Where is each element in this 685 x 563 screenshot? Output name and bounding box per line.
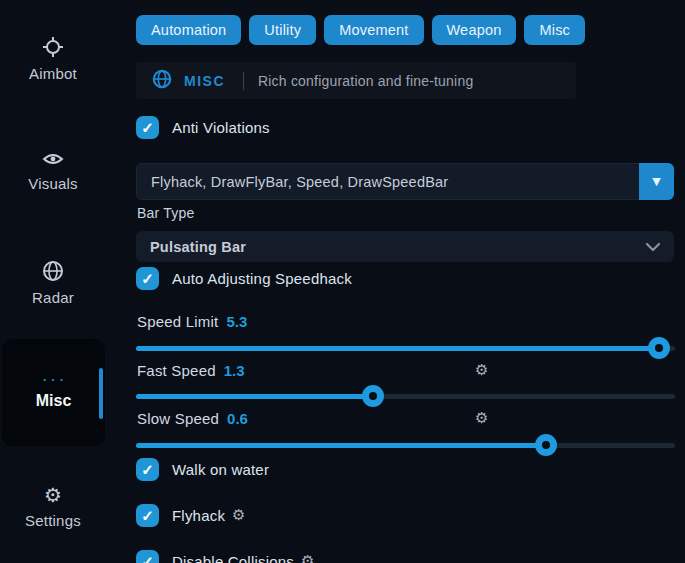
- select-value: Pulsating Bar: [150, 239, 246, 255]
- checkbox-checked[interactable]: ✓: [136, 504, 159, 527]
- cheat-menu-window: { "colors": { "accent_blue": "#1f87cc", …: [0, 0, 685, 563]
- bar-type-label: Bar Type: [137, 205, 194, 221]
- sidebar-item-label: Visuals: [28, 175, 77, 192]
- checkbox-row-disable-collisions[interactable]: ✓ Disable Collisions ⚙: [136, 550, 314, 563]
- tab-weapon[interactable]: Weapon: [432, 15, 517, 45]
- crosshair-icon: [42, 36, 64, 58]
- sidebar: Aimbot Visuals Radar ··· Misc ⚙ Settings: [0, 0, 130, 563]
- checkbox-row-auto-adjusting-speedhack[interactable]: ✓ Auto Adjusting Speedhack: [136, 267, 352, 290]
- slider-value: 5.3: [226, 313, 247, 330]
- checkbox-checked[interactable]: ✓: [136, 267, 159, 290]
- slider-thumb[interactable]: [648, 337, 670, 359]
- slider-label: Slow Speed: [137, 410, 219, 427]
- checkbox-label: Anti Violations: [172, 119, 270, 136]
- gear-icon[interactable]: ⚙: [475, 363, 488, 378]
- checkbox-label: Auto Adjusting Speedhack: [172, 270, 352, 287]
- gear-icon[interactable]: ⚙: [475, 411, 488, 426]
- check-icon: ✓: [141, 461, 154, 479]
- slider-slow-speed[interactable]: [136, 434, 675, 456]
- eye-icon: [42, 150, 64, 168]
- check-icon: ✓: [141, 507, 154, 525]
- checkbox-checked[interactable]: ✓: [136, 116, 159, 139]
- checkbox-label: Flyhack: [172, 507, 225, 524]
- slider-value: 0.6: [227, 410, 248, 427]
- sidebar-item-label: Settings: [25, 512, 81, 529]
- slider-speed-limit[interactable]: [136, 337, 675, 359]
- globe-icon: [42, 260, 64, 282]
- sidebar-item-radar[interactable]: Radar: [0, 260, 106, 306]
- multiselect-dropdown-button[interactable]: ▼: [639, 163, 674, 200]
- checkbox-label: Walk on water: [172, 461, 269, 478]
- checkbox-checked[interactable]: ✓: [136, 550, 159, 563]
- gear-icon[interactable]: ⚙: [301, 554, 314, 563]
- separator: [243, 72, 244, 90]
- slider-value: 1.3: [224, 362, 245, 379]
- tab-misc[interactable]: Misc: [524, 15, 585, 45]
- slider-label-row-fast-speed: Fast Speed 1.3 ⚙: [137, 362, 245, 379]
- multiselect-value: Flyhack, DrawFlyBar, Speed, DrawSpeedBar: [137, 174, 448, 190]
- checkbox-checked[interactable]: ✓: [136, 458, 159, 481]
- gear-icon[interactable]: ⚙: [232, 508, 245, 523]
- slider-thumb[interactable]: [535, 434, 557, 456]
- tab-utility[interactable]: Utility: [249, 15, 316, 45]
- slider-label-row-slow-speed: Slow Speed 0.6 ⚙: [137, 410, 248, 427]
- slider-fill: [136, 346, 659, 351]
- sidebar-item-label: Radar: [32, 289, 74, 306]
- slider-label: Fast Speed: [137, 362, 216, 379]
- check-icon: ✓: [141, 270, 154, 288]
- bar-multiselect-field[interactable]: Flyhack, DrawFlyBar, Speed, DrawSpeedBar…: [136, 163, 674, 200]
- checkbox-label: Disable Collisions: [172, 553, 294, 563]
- checkbox-row-flyhack[interactable]: ✓ Flyhack ⚙: [136, 504, 246, 527]
- main-panel: Automation Utility Movement Weapon Misc …: [136, 0, 676, 563]
- slider-fill: [136, 394, 373, 399]
- dropdown-arrow-icon: ▼: [652, 175, 660, 188]
- category-tabs: Automation Utility Movement Weapon Misc: [136, 15, 585, 45]
- active-indicator-bar: [99, 368, 103, 419]
- tab-movement[interactable]: Movement: [324, 15, 423, 45]
- check-icon: ✓: [141, 553, 154, 563]
- sidebar-item-settings[interactable]: ⚙ Settings: [0, 485, 106, 529]
- category-title: MISC: [184, 73, 225, 89]
- category-header: MISC Rich configuration and fine-tuning: [136, 62, 576, 99]
- sidebar-item-label: Misc: [36, 392, 72, 410]
- slider-fast-speed[interactable]: [136, 385, 675, 407]
- globe-icon: [152, 69, 172, 93]
- checkbox-row-walk-on-water[interactable]: ✓ Walk on water: [136, 458, 269, 481]
- tab-automation[interactable]: Automation: [136, 15, 241, 45]
- category-description: Rich configuration and fine-tuning: [258, 73, 473, 89]
- slider-thumb[interactable]: [362, 385, 384, 407]
- bar-type-select[interactable]: Pulsating Bar: [136, 231, 674, 262]
- sidebar-item-visuals[interactable]: Visuals: [0, 150, 106, 192]
- slider-fill: [136, 443, 546, 448]
- sidebar-item-misc-active[interactable]: ··· Misc: [2, 339, 105, 446]
- checkbox-row-anti-violations[interactable]: ✓ Anti Violations: [136, 116, 270, 139]
- chevron-down-icon: [646, 238, 660, 256]
- check-icon: ✓: [141, 119, 154, 137]
- slider-label-row-speed-limit: Speed Limit 5.3: [137, 313, 247, 330]
- slider-label: Speed Limit: [137, 313, 218, 330]
- sidebar-item-label: Aimbot: [29, 65, 77, 82]
- gear-icon: ⚙: [44, 485, 62, 505]
- ellipsis-icon: ···: [39, 376, 68, 384]
- sidebar-item-aimbot[interactable]: Aimbot: [0, 36, 106, 82]
